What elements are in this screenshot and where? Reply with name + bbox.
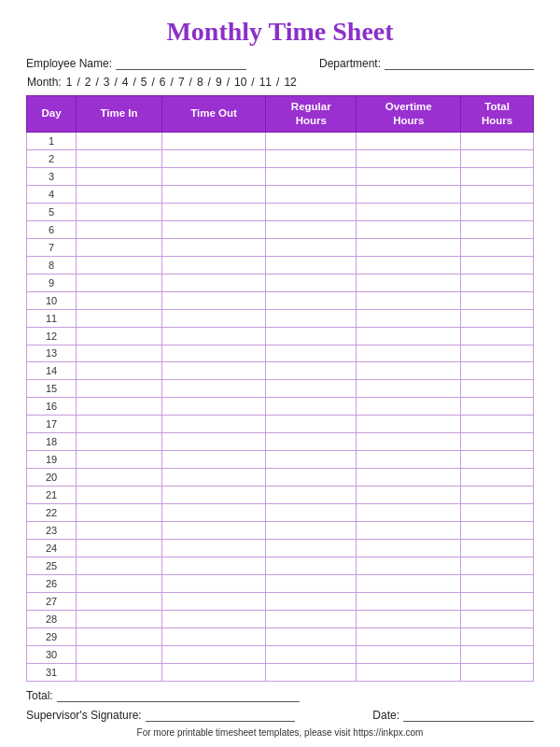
table-row: 6 <box>27 220 534 238</box>
table-row: 11 <box>27 309 534 327</box>
time-out-cell <box>161 132 265 149</box>
overtime-hours-cell <box>357 557 461 575</box>
col-total-hours: TotalHours <box>461 96 534 133</box>
regular-hours-cell <box>266 203 357 220</box>
table-body: 1234567891011121314151617181920212223242… <box>27 132 534 681</box>
table-row: 3 <box>27 167 534 185</box>
overtime-hours-cell <box>357 663 461 681</box>
table-row: 12 <box>27 327 534 345</box>
table-row: 1 <box>27 132 534 149</box>
month-2: 2 <box>85 76 91 89</box>
time-in-cell <box>77 557 162 575</box>
day-cell: 8 <box>27 256 77 274</box>
overtime-hours-cell <box>357 575 461 593</box>
month-3: 3 <box>104 76 110 89</box>
table-row: 23 <box>27 522 534 540</box>
total-hours-cell <box>461 557 534 575</box>
time-out-cell <box>161 380 265 398</box>
overtime-hours-cell <box>357 238 461 256</box>
signature-row: Supervisor's Signature: Date: <box>26 708 534 722</box>
overtime-hours-cell <box>357 380 461 398</box>
total-hours-cell <box>461 540 534 557</box>
time-in-cell <box>77 291 162 309</box>
total-hours-cell <box>461 504 534 522</box>
time-out-cell <box>161 256 265 274</box>
time-out-cell <box>161 274 265 291</box>
date-field: Date: <box>372 708 534 722</box>
department-label: Department: <box>319 57 381 70</box>
table-header-row: Day Time In Time Out RegularHours Overti… <box>27 96 534 133</box>
table-row: 30 <box>27 645 534 663</box>
time-in-cell <box>77 663 162 681</box>
day-cell: 30 <box>27 645 77 663</box>
overtime-hours-cell <box>357 256 461 274</box>
regular-hours-cell <box>266 593 357 611</box>
overtime-hours-cell <box>357 522 461 540</box>
day-cell: 20 <box>27 469 77 486</box>
total-hours-cell <box>461 220 534 238</box>
day-cell: 26 <box>27 575 77 593</box>
overtime-hours-cell <box>357 628 461 646</box>
overtime-hours-cell <box>357 327 461 345</box>
regular-hours-cell <box>266 167 357 185</box>
employee-label: Employee Name: <box>26 57 112 70</box>
total-label: Total: <box>26 689 53 702</box>
total-hours-cell <box>461 185 534 203</box>
table-row: 15 <box>27 380 534 398</box>
overtime-hours-cell <box>357 540 461 557</box>
date-label: Date: <box>372 709 399 722</box>
day-cell: 22 <box>27 504 77 522</box>
overtime-hours-cell <box>357 149 461 167</box>
total-hours-cell <box>461 203 534 220</box>
day-cell: 13 <box>27 345 77 362</box>
table-row: 7 <box>27 238 534 256</box>
table-row: 29 <box>27 628 534 646</box>
day-cell: 28 <box>27 611 77 628</box>
time-out-cell <box>161 540 265 557</box>
supervisor-field: Supervisor's Signature: <box>26 708 295 722</box>
time-out-cell <box>161 327 265 345</box>
total-hours-cell <box>461 416 534 433</box>
col-regular-hours: RegularHours <box>266 96 357 133</box>
timesheet-table: Day Time In Time Out RegularHours Overti… <box>26 95 534 682</box>
regular-hours-cell <box>266 256 357 274</box>
regular-hours-cell <box>266 274 357 291</box>
table-row: 22 <box>27 504 534 522</box>
department-field: Department: <box>319 56 534 70</box>
total-hours-cell <box>461 345 534 362</box>
time-out-cell <box>161 575 265 593</box>
total-hours-cell <box>461 486 534 504</box>
regular-hours-cell <box>266 185 357 203</box>
time-out-cell <box>161 522 265 540</box>
total-hours-cell <box>461 451 534 469</box>
table-row: 2 <box>27 149 534 167</box>
employee-underline <box>116 56 246 70</box>
regular-hours-cell <box>266 291 357 309</box>
day-cell: 10 <box>27 291 77 309</box>
col-time-in: Time In <box>77 96 162 133</box>
day-cell: 4 <box>27 185 77 203</box>
table-row: 25 <box>27 557 534 575</box>
regular-hours-cell <box>266 575 357 593</box>
time-in-cell <box>77 203 162 220</box>
table-row: 20 <box>27 469 534 486</box>
time-out-cell <box>161 309 265 327</box>
day-cell: 19 <box>27 451 77 469</box>
overtime-hours-cell <box>357 291 461 309</box>
regular-hours-cell <box>266 309 357 327</box>
employee-field: Employee Name: <box>26 56 246 70</box>
time-in-cell <box>77 362 162 380</box>
total-hours-cell <box>461 238 534 256</box>
time-in-cell <box>77 256 162 274</box>
day-cell: 21 <box>27 486 77 504</box>
time-in-cell <box>77 416 162 433</box>
day-cell: 6 <box>27 220 77 238</box>
overtime-hours-cell <box>357 274 461 291</box>
month-10: 10 <box>234 76 246 89</box>
overtime-hours-cell <box>357 185 461 203</box>
regular-hours-cell <box>266 362 357 380</box>
overtime-hours-cell <box>357 203 461 220</box>
total-hours-cell <box>461 593 534 611</box>
table-row: 27 <box>27 593 534 611</box>
department-underline <box>385 56 534 70</box>
